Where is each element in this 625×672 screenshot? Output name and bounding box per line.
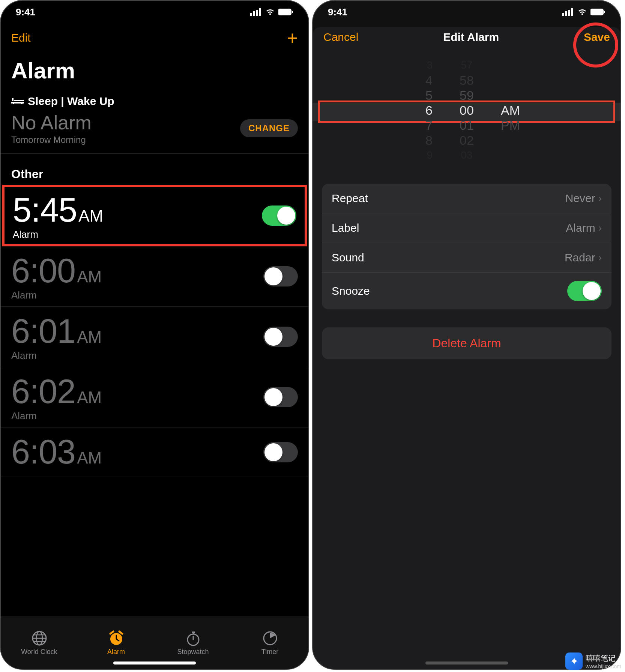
row-repeat[interactable]: Repeat Never›	[322, 184, 611, 213]
alarm-toggle[interactable]	[262, 206, 296, 226]
edit-button[interactable]: Edit	[11, 32, 31, 44]
status-icons	[250, 8, 293, 16]
snooze-toggle[interactable]	[567, 281, 602, 301]
delete-alarm-button[interactable]: Delete Alarm	[322, 327, 611, 359]
phone-right: 9:41 Cancel Edit Alarm Save 345678	[312, 0, 621, 670]
tab-timer[interactable]: Timer	[231, 617, 308, 669]
sleep-header: Sleep | Wake Up	[1, 90, 308, 111]
tab-bar: World Clock Alarm Stopwatch Timer	[1, 616, 308, 669]
cellular-icon	[562, 8, 574, 16]
row-label[interactable]: Label Alarm›	[322, 213, 611, 243]
watermark-icon: ✦	[565, 652, 583, 670]
picker-minute[interactable]: 57585900010203	[450, 58, 484, 163]
svg-rect-20	[568, 10, 570, 16]
row-snooze: Snooze	[322, 273, 611, 309]
status-time: 9:41	[328, 6, 347, 18]
stopwatch-icon	[185, 630, 201, 646]
edit-sheet: Cancel Edit Alarm Save 3456789 575859000…	[313, 27, 620, 669]
battery-icon	[590, 8, 605, 16]
chevron-right-icon: ›	[598, 192, 602, 204]
wifi-icon	[577, 8, 587, 16]
svg-rect-18	[562, 13, 564, 16]
cancel-button[interactable]: Cancel	[323, 31, 358, 44]
svg-rect-3	[259, 8, 261, 16]
row-sound[interactable]: Sound Radar›	[322, 243, 611, 273]
alarm-toggle[interactable]	[263, 266, 298, 286]
cellular-icon	[250, 8, 262, 16]
change-button[interactable]: CHANGE	[240, 119, 298, 137]
alarm-row[interactable]: 6:01AMAlarm	[1, 307, 308, 367]
time-picker[interactable]: 3456789 57585900010203 AM PM	[313, 56, 620, 165]
wifi-icon	[265, 8, 275, 16]
picker-ampm[interactable]: AM PM	[501, 58, 535, 133]
settings-list: Repeat Never› Label Alarm› Sound Radar› …	[322, 184, 611, 309]
svg-rect-19	[565, 11, 567, 16]
status-time: 9:41	[16, 6, 35, 18]
battery-icon	[278, 8, 293, 16]
sheet-nav: Cancel Edit Alarm Save	[313, 27, 620, 45]
watermark: ✦ 嘻嘻笔记 www.bijixx.com	[565, 652, 621, 670]
svg-rect-14	[192, 632, 195, 633]
alarm-row[interactable]: 6:02AMAlarm	[1, 367, 308, 428]
page-title: Alarm	[1, 50, 308, 90]
status-bar: 9:41	[1, 1, 308, 23]
bed-icon	[11, 97, 24, 106]
chevron-right-icon: ›	[598, 222, 602, 234]
add-button[interactable]: +	[287, 27, 298, 49]
home-indicator[interactable]	[113, 662, 196, 664]
alarm-list: 5:45AMAlarm6:00AMAlarm6:01AMAlarm6:02AMA…	[1, 185, 308, 477]
alarm-row[interactable]: 6:00AMAlarm	[1, 246, 308, 307]
tomorrow-label: Tomorrow Morning	[11, 135, 92, 145]
tab-world-clock[interactable]: World Clock	[1, 617, 78, 669]
svg-rect-5	[279, 10, 290, 14]
save-button[interactable]: Save	[584, 31, 610, 43]
sheet-title: Edit Alarm	[443, 31, 499, 44]
alarm-toggle[interactable]	[263, 327, 298, 347]
svg-rect-24	[604, 11, 605, 13]
svg-rect-23	[592, 10, 602, 14]
globe-icon	[31, 630, 48, 646]
picker-hour[interactable]: 3456789	[399, 58, 433, 163]
svg-rect-2	[256, 10, 258, 16]
alarm-toggle[interactable]	[263, 387, 298, 407]
chevron-right-icon: ›	[598, 252, 602, 264]
svg-rect-1	[253, 11, 255, 16]
no-alarm-label: No Alarm	[11, 111, 92, 134]
svg-rect-0	[250, 13, 252, 16]
status-icons	[562, 8, 605, 16]
sleep-row: No Alarm Tomorrow Morning CHANGE	[1, 111, 308, 154]
alarm-row[interactable]: 6:03AM	[1, 428, 308, 477]
alarm-icon	[108, 630, 125, 646]
other-header: Other	[1, 154, 308, 185]
alarm-row[interactable]: 5:45AMAlarm	[2, 185, 307, 246]
home-indicator[interactable]	[425, 662, 508, 664]
status-bar: 9:41	[313, 1, 620, 23]
timer-icon	[262, 630, 278, 646]
phone-left: 9:41 Edit + Alarm Sleep | Wake Up No Ala…	[0, 0, 309, 670]
svg-rect-6	[292, 11, 293, 13]
svg-rect-21	[571, 8, 573, 16]
nav-bar: Edit +	[1, 23, 308, 50]
alarm-toggle[interactable]	[263, 442, 298, 462]
